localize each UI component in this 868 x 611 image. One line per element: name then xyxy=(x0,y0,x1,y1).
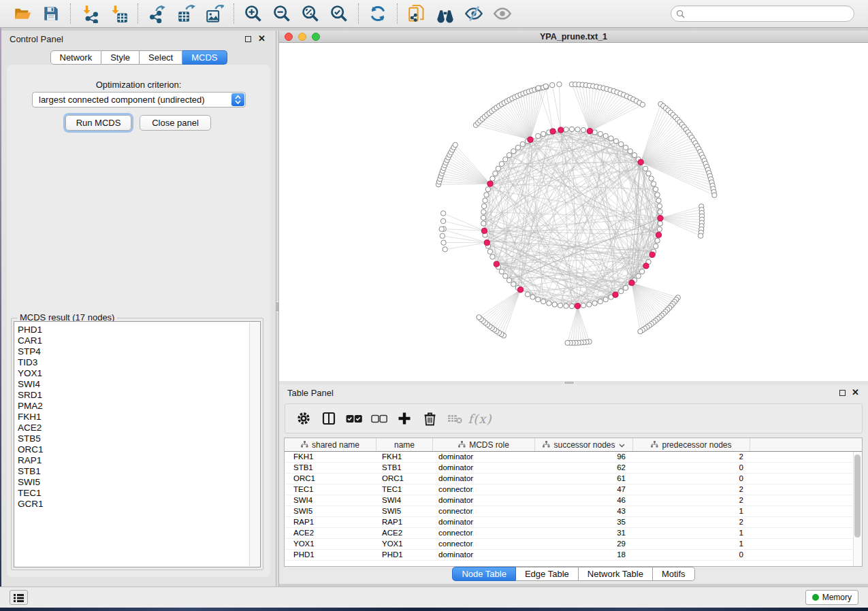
chevron-down-icon xyxy=(619,440,625,450)
mcds-result-item[interactable]: TID3 xyxy=(18,357,260,368)
export-network-icon[interactable] xyxy=(143,2,172,25)
close-panel-icon[interactable]: ✕ xyxy=(852,387,859,397)
save-session-icon[interactable] xyxy=(37,2,65,25)
select-all-icon[interactable] xyxy=(345,408,363,429)
float-panel-icon[interactable] xyxy=(839,390,846,396)
table-row[interactable]: TEC1TEC1connector472 xyxy=(285,484,862,495)
float-panel-icon[interactable] xyxy=(245,36,251,42)
tab-select[interactable]: Select xyxy=(140,50,182,65)
column-header-shared-name[interactable]: shared name xyxy=(285,438,376,451)
export-image-icon[interactable] xyxy=(200,2,229,25)
mcds-result-item[interactable]: RAP1 xyxy=(18,455,260,466)
run-mcds-button[interactable]: Run MCDS xyxy=(65,115,131,131)
mcds-result-item[interactable]: ACE2 xyxy=(18,423,260,433)
zoom-selected-icon[interactable] xyxy=(325,2,353,25)
table-row[interactable]: RAP1RAP1dominator352 xyxy=(285,517,862,528)
zoom-fit-icon[interactable] xyxy=(296,2,325,25)
deselect-all-icon[interactable] xyxy=(370,408,388,429)
tab-network[interactable]: Network xyxy=(50,50,101,65)
optimization-criterion-select[interactable]: largest connected component (undirected) xyxy=(32,92,246,108)
mcds-result-item[interactable]: PMA2 xyxy=(18,401,260,412)
apply-layout-icon[interactable] xyxy=(364,2,392,25)
table-cell: 0 xyxy=(633,474,750,484)
scrollbar-thumb[interactable] xyxy=(854,455,861,538)
delete-row-icon[interactable] xyxy=(421,408,438,429)
panel-menu-button[interactable] xyxy=(10,590,28,605)
attribute-type-icon xyxy=(543,440,550,450)
import-network-icon[interactable] xyxy=(76,2,104,25)
tab-network-table[interactable]: Network Table xyxy=(579,567,653,581)
table-row[interactable]: FKH1FKH1dominator962 xyxy=(285,452,862,463)
mcds-result-item[interactable]: PHD1 xyxy=(18,325,260,335)
close-panel-button[interactable]: Close panel xyxy=(140,115,211,131)
hide-selected-icon[interactable] xyxy=(460,2,488,25)
tab-node-table[interactable]: Node Table xyxy=(452,567,516,581)
tab-mcds[interactable]: MCDS xyxy=(182,50,227,65)
mcds-result-item[interactable]: STB5 xyxy=(18,433,260,444)
show-all-icon[interactable] xyxy=(488,2,517,25)
mcds-result-list[interactable]: PHD1CAR1STP4TID3YOX1SWI4SRD1PMA2FKH1ACE2… xyxy=(14,321,261,567)
toggle-column-icon[interactable] xyxy=(320,408,338,429)
table-row[interactable]: ACE2ACE2connector311 xyxy=(285,528,862,539)
table-cell: connector xyxy=(433,528,535,538)
splitter-grip[interactable] xyxy=(276,301,278,312)
memory-button[interactable]: Memory xyxy=(805,590,858,605)
add-row-icon[interactable] xyxy=(396,408,413,429)
mcds-result-item[interactable]: STB1 xyxy=(18,466,260,477)
mcds-result-item[interactable]: SWI4 xyxy=(18,379,260,390)
close-panel-icon[interactable]: ✕ xyxy=(258,33,266,44)
search-field[interactable] xyxy=(671,5,854,22)
toolbar-separator xyxy=(234,3,234,24)
selected-option-label: largest connected component (undirected) xyxy=(39,95,205,105)
splitter-grip[interactable] xyxy=(564,382,575,384)
table-panel-header: Table Panel ✕ xyxy=(279,384,868,401)
search-input[interactable] xyxy=(688,7,854,20)
network-canvas[interactable] xyxy=(279,43,868,381)
settings-gear-icon[interactable] xyxy=(295,408,312,429)
table-row[interactable]: YOX1YOX1connector291 xyxy=(285,539,862,550)
table-cell: SWI4 xyxy=(376,495,433,506)
table-row[interactable]: STB1STB1dominator620 xyxy=(285,463,862,474)
zoom-out-icon[interactable] xyxy=(268,2,296,25)
search-objects-icon[interactable] xyxy=(431,2,460,25)
mcds-result-item[interactable]: ORC1 xyxy=(18,444,260,455)
mcds-result-item[interactable]: GCR1 xyxy=(18,499,260,510)
table-row[interactable]: PHD1PHD1dominator180 xyxy=(285,550,862,561)
table-cell: dominator xyxy=(433,463,535,473)
zoom-in-icon[interactable] xyxy=(239,2,268,25)
optimization-criterion-label: Optimization criterion: xyxy=(7,80,270,90)
table-cell: RAP1 xyxy=(285,517,376,527)
select-stepper-icon xyxy=(231,93,244,106)
column-header-successor-nodes[interactable]: successor nodes xyxy=(535,438,633,451)
table-row[interactable]: ORC1ORC1dominator610 xyxy=(285,474,862,484)
result-list-scrollbar[interactable] xyxy=(249,323,259,566)
tab-style[interactable]: Style xyxy=(101,50,140,65)
column-header-name[interactable]: name xyxy=(376,438,433,451)
mcds-result-item[interactable]: YOX1 xyxy=(18,368,260,379)
mcds-result-item[interactable]: STP4 xyxy=(18,346,260,357)
table-cell: dominator xyxy=(433,517,535,527)
open-session-icon[interactable] xyxy=(8,2,37,25)
table-row[interactable]: SWI5SWI5connector431 xyxy=(285,506,862,517)
mcds-result-item[interactable]: FKH1 xyxy=(18,412,260,423)
mcds-result-item[interactable]: TEC1 xyxy=(18,488,260,499)
column-header-predecessor-nodes[interactable]: predecessor nodes xyxy=(633,438,750,451)
column-header-MCDS-role[interactable]: MCDS role xyxy=(433,438,535,451)
control-panel-header: Control Panel ✕ xyxy=(1,31,276,47)
mcds-result-item[interactable]: SRD1 xyxy=(18,390,260,401)
table-cell: dominator xyxy=(433,474,535,484)
table-row[interactable]: SWI4SWI4dominator462 xyxy=(285,495,862,506)
mcds-result-item[interactable]: CAR1 xyxy=(18,335,260,346)
node-table: shared namenameMCDS rolesuccessor nodesp… xyxy=(284,437,863,567)
list-icon xyxy=(14,593,24,602)
table-cell: TEC1 xyxy=(376,484,433,495)
table-scrollbar[interactable] xyxy=(853,452,862,566)
network-graph[interactable] xyxy=(279,43,868,381)
tab-edge-table[interactable]: Edge Table xyxy=(516,567,579,581)
share-network-icon[interactable] xyxy=(402,2,431,25)
tab-motifs[interactable]: Motifs xyxy=(653,567,695,581)
export-table-icon[interactable] xyxy=(172,2,200,25)
table-cell: SWI4 xyxy=(285,495,376,506)
mcds-result-item[interactable]: SWI5 xyxy=(18,477,260,488)
import-table-icon[interactable] xyxy=(104,2,133,25)
